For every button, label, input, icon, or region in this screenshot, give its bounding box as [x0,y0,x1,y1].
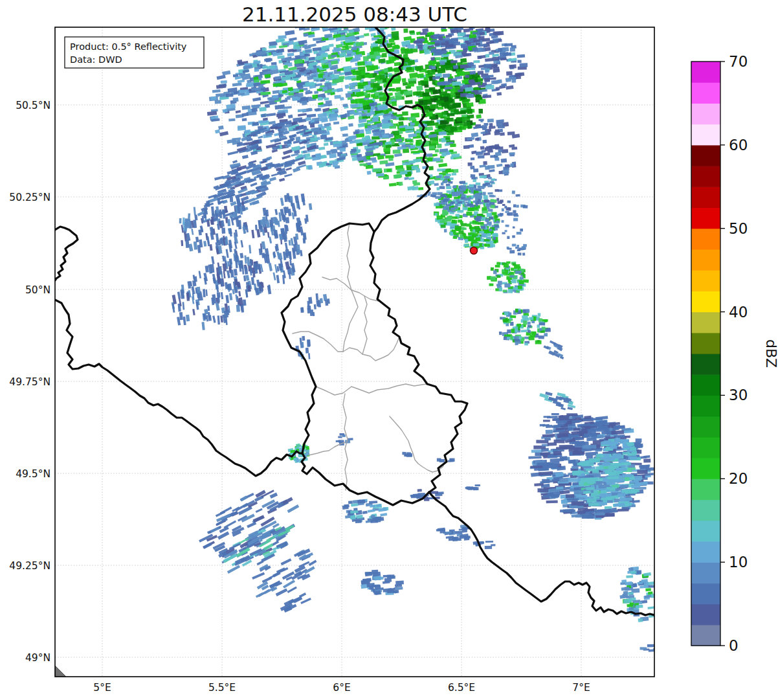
x-tick-label: 6°E [333,682,350,694]
colorbar-segment [691,145,720,166]
x-tick-label: 5.5°E [208,682,236,694]
colorbar-segment [691,583,720,604]
colorbar-tick-label: 10 [729,554,748,570]
x-axis-tick-labels: 5°E5.5°E6°E6.5°E7°E [93,682,590,694]
colorbar-segment [691,82,720,104]
y-tick-label: 49.75°N [9,376,50,388]
colorbar-segment [691,374,720,396]
colorbar-segment [691,312,720,333]
colorbar-tick-label: 30 [729,387,748,403]
plot-background [55,27,654,677]
info-box-data-line: Data: DWD [70,54,122,65]
x-tick-label: 5°E [93,682,111,694]
colorbar-segment [691,416,720,438]
colorbar-tick-label: 60 [729,137,748,153]
colorbar-tick-labels: 010203040506070 [720,53,748,654]
colorbar-axis-label: dBZ [763,339,778,368]
x-tick-label: 6.5°E [448,682,475,694]
weather-radar-figure: 21.11.2025 08:43 UTC Product: 0.5° Refle… [0,0,778,700]
colorbar-segment [691,62,720,83]
colorbar-segment [691,458,720,479]
colorbar-segment [691,437,720,458]
colorbar-segment [691,395,720,416]
y-axis-tick-labels: 49°N49.25°N49.5°N49.75°N50°N50.25°N50.5°… [9,100,50,664]
colorbar [691,62,720,646]
colorbar-tick-label: 40 [729,304,748,321]
colorbar-segment [691,166,720,187]
colorbar-segment [691,479,720,500]
y-tick-label: 49.5°N [16,468,50,480]
colorbar-segment [691,333,720,354]
y-tick-label: 49°N [25,652,50,664]
y-tick-label: 50.5°N [16,100,50,111]
info-box-product-line: Product: 0.5° Reflectivity [70,41,187,52]
colorbar-segment [691,562,720,583]
colorbar-segment [691,103,720,124]
colorbar-segment [691,625,720,646]
colorbar-segment [691,208,720,229]
colorbar-segment [691,249,720,271]
colorbar-segment [691,354,720,375]
x-tick-label: 7°E [572,682,590,694]
colorbar-tick-label: 20 [729,470,748,487]
colorbar-segment [691,291,720,312]
colorbar-segment [691,270,720,291]
colorbar-segment [691,500,720,521]
y-tick-label: 49.25°N [9,560,50,572]
y-tick-label: 50.25°N [9,192,50,203]
colorbar-segment [691,186,720,208]
radar-site-marker [471,247,478,254]
colorbar-segment [691,124,720,146]
colorbar-segment [691,541,720,563]
colorbar-tick-label: 70 [729,53,748,70]
colorbar-tick-label: 50 [729,220,748,237]
colorbar-tick-label: 0 [729,637,739,654]
radar-map-page: 21.11.2025 08:43 UTC Product: 0.5° Refle… [0,0,778,700]
colorbar-segment [691,521,720,542]
figure-title: 21.11.2025 08:43 UTC [242,3,467,26]
colorbar-segment [691,604,720,626]
y-tick-label: 50°N [25,284,50,296]
colorbar-segment [691,229,720,250]
